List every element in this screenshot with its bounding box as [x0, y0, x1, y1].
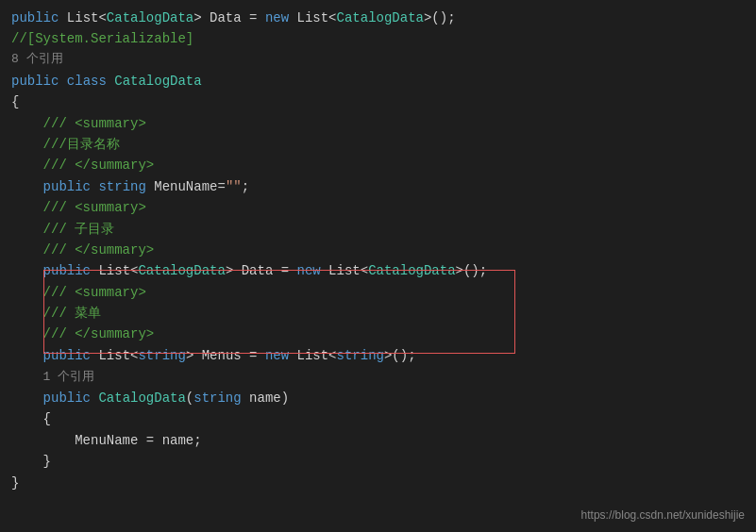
- code-line-10: /// <summary>: [11, 197, 745, 218]
- code-line-22: }: [11, 451, 745, 472]
- code-line-6: /// <summary>: [11, 113, 745, 134]
- watermark: https://blog.csdn.net/xunideshijie: [581, 507, 745, 524]
- code-line-7: ///目录名称: [11, 134, 745, 155]
- code-line-9: public string MenuName="";: [11, 176, 745, 197]
- code-line-11: /// 子目录: [11, 219, 745, 240]
- code-line-8: /// </summary>: [11, 155, 745, 175]
- code-line-2: //[System.Serializable]: [11, 28, 745, 49]
- code-editor: public List<CatalogData> Data = new List…: [0, 0, 756, 532]
- code-line-23: }: [11, 473, 745, 493]
- code-line-15: /// 菜单: [11, 303, 745, 324]
- code-line-12: /// </summary>: [11, 240, 745, 260]
- code-line-19: public CatalogData(string name): [11, 388, 745, 408]
- code-line-20: {: [11, 408, 745, 429]
- code-line-3: 8 个引用: [11, 50, 745, 71]
- code-line-5: {: [11, 91, 745, 112]
- code-line-14: /// <summary>: [11, 282, 745, 303]
- code-line-13: public List<CatalogData> Data = new List…: [11, 260, 745, 281]
- code-line-17: public List<string> Menus = new List<str…: [11, 345, 745, 366]
- code-line-1: public List<CatalogData> Data = new List…: [11, 8, 745, 28]
- code-line-18: 1 个引用: [11, 366, 745, 388]
- code-line-16: /// </summary>: [11, 324, 745, 344]
- code-line-21: MenuName = name;: [11, 430, 745, 451]
- code-line-4: public class CatalogData: [11, 71, 745, 91]
